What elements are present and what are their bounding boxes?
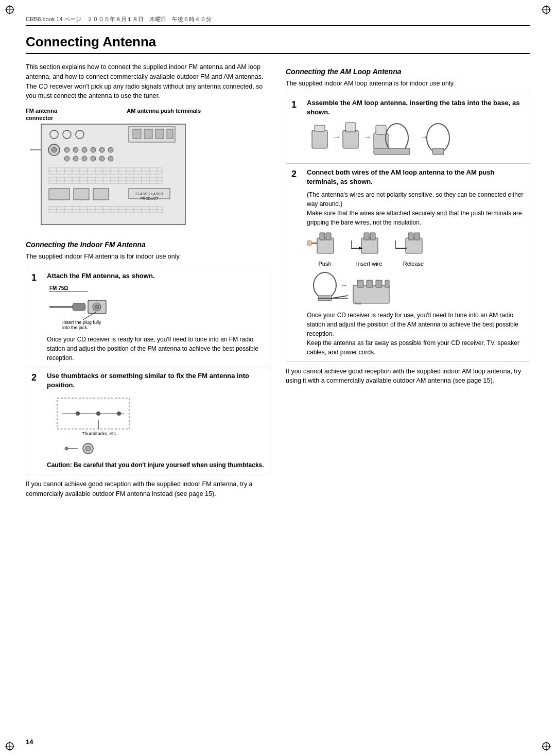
- svg-rect-68: [49, 188, 70, 200]
- svg-point-35: [108, 156, 113, 161]
- am-connected-svg: → AM: [307, 270, 399, 306]
- release-icon: Release: [395, 230, 431, 267]
- svg-rect-19: [155, 129, 164, 139]
- svg-rect-115: [343, 130, 358, 148]
- right-step-2-afterdesc: Once your CD receiver is ready for use, …: [307, 311, 525, 357]
- svg-rect-130: [320, 233, 325, 240]
- left-bottom-note: If you cannot achieve good reception wit…: [26, 479, 270, 499]
- right-step-1-content: Assemble the AM loop antenna, inserting …: [307, 98, 525, 159]
- svg-text:PRODUCT: PRODUCT: [141, 197, 159, 200]
- svg-rect-131: [326, 233, 331, 240]
- svg-text:AM: AM: [355, 301, 361, 306]
- header-bar: CRB8.book 14 ページ ２００５年８月１８日 木曜日 午後６時４０分: [26, 15, 530, 26]
- svg-rect-121: [376, 125, 386, 134]
- svg-rect-135: [364, 233, 369, 240]
- svg-text:→: →: [333, 132, 341, 141]
- right-step-1: 1 Assemble the AM loop antenna, insertin…: [286, 94, 530, 164]
- svg-point-30: [64, 156, 70, 161]
- svg-rect-152: [367, 280, 373, 287]
- right-step-2: 2 Connect both wires of the AM loop ante…: [286, 164, 530, 360]
- right-step-2-title: Connect both wires of the AM loop antenn…: [307, 168, 525, 186]
- svg-point-27: [91, 147, 96, 152]
- svg-rect-113: [315, 125, 325, 131]
- svg-point-33: [91, 156, 96, 161]
- left-step-2: 2 Use thumbtacks or something similar to…: [26, 367, 270, 474]
- rear-panel-svg: CLASS 2 LASER PRODUCT: [26, 122, 201, 230]
- fm-plug-illustration: FM 75Ω: [47, 284, 265, 332]
- thumbtack-illustration: Thumbtacks, etc.: [47, 393, 265, 456]
- left-steps-box: 1 Attach the FM antenna, as shown. FM 75…: [26, 267, 270, 475]
- svg-text:→: →: [363, 132, 372, 141]
- svg-point-109: [85, 446, 91, 451]
- svg-point-24: [64, 147, 70, 152]
- svg-rect-154: [385, 280, 389, 287]
- am-loop-assemble-svg: → →: [307, 120, 461, 156]
- svg-point-28: [99, 147, 105, 152]
- release-label: Release: [403, 261, 424, 267]
- col-right: Connecting the AM Loop Antenna The suppl…: [286, 62, 530, 499]
- fm-label: FM antenna connector: [26, 107, 57, 122]
- header-text: CRB8.book 14 ページ ２００５年８月１８日 木曜日 午後６時４０分: [26, 16, 212, 22]
- corner-mark-tl: [5, 5, 14, 14]
- left-step-1-number: 1: [31, 272, 43, 363]
- fm-plug-svg: FM 75Ω: [47, 284, 150, 330]
- right-step-1-title: Assemble the AM loop antenna, inserting …: [307, 98, 525, 117]
- corner-mark-br: [542, 742, 551, 751]
- svg-rect-116: [345, 123, 356, 132]
- right-step-2-content: Connect both wires of the AM loop antenn…: [307, 168, 525, 356]
- svg-rect-150: [353, 285, 389, 303]
- right-step-2-desc: Make sure that the wires are attached se…: [307, 209, 525, 227]
- right-step-2-number: 2: [291, 169, 303, 356]
- svg-point-96: [95, 305, 99, 309]
- release-svg: [395, 230, 431, 259]
- push-icon: Push: [307, 230, 343, 267]
- left-step-1: 1 Attach the FM antenna, as shown. FM 75…: [26, 267, 270, 367]
- rear-panel-diagram: FM antenna connector AM antenna push ter…: [26, 107, 270, 235]
- push-label: Push: [318, 261, 331, 267]
- svg-point-145: [314, 272, 336, 298]
- left-step-2-number: 2: [31, 372, 43, 470]
- am-label: AM antenna push terminals: [127, 107, 201, 114]
- page-title: Connecting Antenna: [26, 34, 530, 54]
- svg-rect-133: [307, 240, 311, 246]
- left-section-subtitle: Connecting the Indoor FM Antenna: [26, 240, 270, 249]
- left-section-intro: The supplied indoor FM antenna is for in…: [26, 252, 270, 262]
- svg-rect-128: [432, 148, 444, 154]
- two-col-layout: This section explains how to connect the…: [26, 62, 530, 499]
- left-step-1-content: Attach the FM antenna, as shown. FM 75Ω: [47, 271, 265, 363]
- svg-text:FM 75Ω: FM 75Ω: [49, 285, 68, 291]
- intro-text: This section explains how to connect the…: [26, 62, 270, 101]
- am-connected-illustration: → AM: [307, 270, 525, 307]
- corner-mark-tr: [542, 5, 551, 14]
- right-step-2-note: (The antenna's wires are not polarity se…: [307, 190, 525, 209]
- svg-rect-134: [361, 238, 378, 253]
- svg-point-103: [76, 411, 80, 416]
- svg-rect-125: [374, 148, 410, 154]
- am-loop-assembly-illustration: → →: [307, 120, 525, 156]
- page-number: 14: [26, 738, 33, 746]
- insert-wire-svg: [351, 230, 387, 259]
- right-steps-box: 1 Assemble the AM loop antenna, insertin…: [286, 94, 530, 362]
- svg-rect-70: [93, 188, 109, 200]
- push-svg: [307, 230, 343, 259]
- left-step-1-title: Attach the FM antenna, as shown.: [47, 271, 265, 281]
- svg-point-32: [82, 156, 87, 161]
- svg-text:into the jack.: into the jack.: [62, 325, 89, 330]
- left-step-2-title: Use thumbtacks or something similar to f…: [47, 371, 265, 390]
- right-step-1-number: 1: [291, 99, 303, 159]
- left-step-1-desc: Once your CD receiver is ready for use, …: [47, 335, 265, 363]
- svg-rect-69: [74, 188, 89, 200]
- right-section-subtitle: Connecting the AM Loop Antenna: [286, 67, 530, 76]
- svg-rect-140: [406, 238, 422, 253]
- left-step-2-caution: Caution: Be careful that you don't injur…: [47, 460, 265, 470]
- svg-rect-153: [376, 280, 382, 287]
- svg-point-104: [96, 411, 100, 416]
- page: CRB8.book 14 ページ ２００５年８月１８日 木曜日 午後６時４０分 …: [0, 0, 556, 756]
- col-left: This section explains how to connect the…: [26, 62, 270, 499]
- corner-mark-bl: [5, 742, 14, 751]
- svg-rect-142: [414, 233, 420, 240]
- svg-rect-93: [73, 303, 85, 311]
- svg-point-25: [73, 147, 78, 152]
- thumbtack-svg: Thumbtacks, etc.: [47, 393, 150, 455]
- svg-rect-151: [357, 280, 363, 287]
